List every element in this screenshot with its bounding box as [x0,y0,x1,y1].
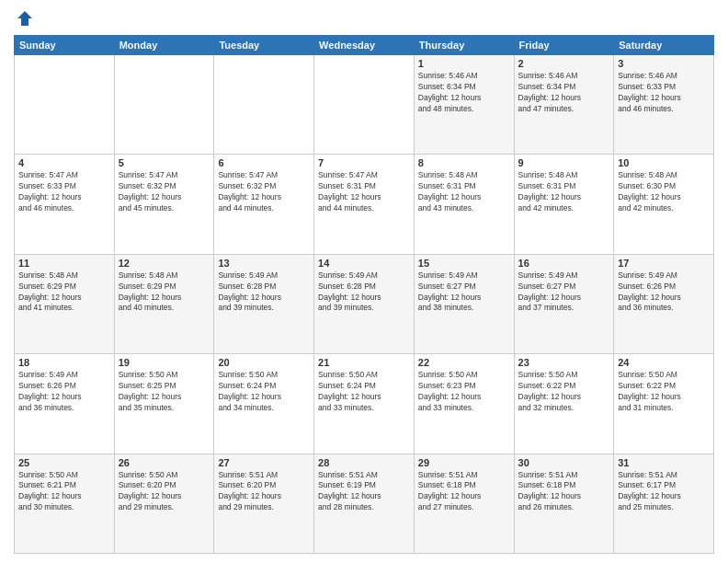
day-info: Sunrise: 5:50 AM Sunset: 6:22 PM Dayligh… [518,370,610,414]
day-info: Sunrise: 5:47 AM Sunset: 6:33 PM Dayligh… [18,170,110,214]
day-info: Sunrise: 5:51 AM Sunset: 6:20 PM Dayligh… [218,470,310,514]
day-number: 19 [119,357,210,368]
day-info: Sunrise: 5:48 AM Sunset: 6:30 PM Dayligh… [618,170,710,214]
day-info: Sunrise: 5:48 AM Sunset: 6:31 PM Dayligh… [418,170,510,214]
day-info: Sunrise: 5:47 AM Sunset: 6:32 PM Dayligh… [218,170,310,214]
calendar-cell: 7Sunrise: 5:47 AM Sunset: 6:31 PM Daylig… [314,155,415,254]
day-info: Sunrise: 5:50 AM Sunset: 6:20 PM Dayligh… [119,470,210,514]
day-number: 5 [119,157,210,168]
day-header-friday: Friday [514,36,614,55]
day-info: Sunrise: 5:48 AM Sunset: 6:29 PM Dayligh… [18,270,110,315]
day-number: 12 [119,258,210,269]
day-number: 23 [518,357,610,368]
week-row-3: 11Sunrise: 5:48 AM Sunset: 6:29 PM Dayli… [15,254,714,353]
week-row-5: 25Sunrise: 5:50 AM Sunset: 6:21 PM Dayli… [15,454,714,553]
header [14,9,714,28]
day-info: Sunrise: 5:46 AM Sunset: 6:33 PM Dayligh… [618,71,710,115]
day-number: 25 [18,457,110,468]
day-info: Sunrise: 5:48 AM Sunset: 6:29 PM Dayligh… [119,270,210,315]
day-number: 11 [18,258,110,269]
calendar-cell: 28Sunrise: 5:51 AM Sunset: 6:19 PM Dayli… [314,454,415,553]
day-info: Sunrise: 5:49 AM Sunset: 6:27 PM Dayligh… [518,270,610,315]
day-header-saturday: Saturday [614,36,714,55]
day-number: 15 [418,258,510,269]
day-number: 22 [418,357,510,368]
svg-marker-0 [17,11,32,26]
calendar-cell: 12Sunrise: 5:48 AM Sunset: 6:29 PM Dayli… [114,254,214,353]
calendar-cell: 26Sunrise: 5:50 AM Sunset: 6:20 PM Dayli… [114,454,214,553]
calendar-cell: 24Sunrise: 5:50 AM Sunset: 6:22 PM Dayli… [614,354,714,454]
day-header-monday: Monday [114,36,214,55]
day-number: 17 [618,258,710,269]
calendar-cell: 27Sunrise: 5:51 AM Sunset: 6:20 PM Dayli… [214,454,314,553]
day-number: 18 [18,357,110,368]
calendar-cell [314,55,415,155]
day-number: 3 [618,58,710,69]
calendar-cell: 14Sunrise: 5:49 AM Sunset: 6:28 PM Dayli… [314,254,415,353]
calendar-cell: 30Sunrise: 5:51 AM Sunset: 6:18 PM Dayli… [514,454,614,553]
day-info: Sunrise: 5:51 AM Sunset: 6:17 PM Dayligh… [618,470,710,514]
calendar-cell [114,55,214,155]
day-number: 14 [318,258,410,269]
calendar-cell: 8Sunrise: 5:48 AM Sunset: 6:31 PM Daylig… [414,155,514,254]
day-info: Sunrise: 5:47 AM Sunset: 6:31 PM Dayligh… [318,170,410,214]
day-info: Sunrise: 5:49 AM Sunset: 6:27 PM Dayligh… [418,270,510,315]
day-info: Sunrise: 5:46 AM Sunset: 6:34 PM Dayligh… [518,71,610,115]
day-info: Sunrise: 5:51 AM Sunset: 6:18 PM Dayligh… [418,470,510,514]
day-info: Sunrise: 5:50 AM Sunset: 6:22 PM Dayligh… [618,370,710,414]
calendar-cell: 20Sunrise: 5:50 AM Sunset: 6:24 PM Dayli… [214,354,314,454]
day-number: 28 [318,457,410,468]
calendar-cell: 13Sunrise: 5:49 AM Sunset: 6:28 PM Dayli… [214,254,314,353]
day-info: Sunrise: 5:50 AM Sunset: 6:24 PM Dayligh… [218,370,310,414]
calendar-cell: 5Sunrise: 5:47 AM Sunset: 6:32 PM Daylig… [114,155,214,254]
day-number: 10 [618,157,710,168]
day-number: 26 [119,457,210,468]
calendar-cell: 3Sunrise: 5:46 AM Sunset: 6:33 PM Daylig… [614,55,714,155]
day-number: 30 [518,457,610,468]
day-number: 16 [518,258,610,269]
day-info: Sunrise: 5:50 AM Sunset: 6:21 PM Dayligh… [18,470,110,514]
day-number: 20 [218,357,310,368]
day-number: 7 [318,157,410,168]
calendar-cell: 25Sunrise: 5:50 AM Sunset: 6:21 PM Dayli… [15,454,115,553]
day-info: Sunrise: 5:48 AM Sunset: 6:31 PM Dayligh… [518,170,610,214]
header-row: SundayMondayTuesdayWednesdayThursdayFrid… [15,36,714,55]
day-info: Sunrise: 5:49 AM Sunset: 6:28 PM Dayligh… [318,270,410,315]
logo-icon [16,9,34,28]
calendar-cell: 6Sunrise: 5:47 AM Sunset: 6:32 PM Daylig… [214,155,314,254]
logo [14,9,34,28]
day-number: 9 [518,157,610,168]
calendar-cell: 16Sunrise: 5:49 AM Sunset: 6:27 PM Dayli… [514,254,614,353]
calendar-cell: 2Sunrise: 5:46 AM Sunset: 6:34 PM Daylig… [514,55,614,155]
calendar-cell: 18Sunrise: 5:49 AM Sunset: 6:26 PM Dayli… [15,354,115,454]
day-number: 1 [418,58,510,69]
calendar-cell: 15Sunrise: 5:49 AM Sunset: 6:27 PM Dayli… [414,254,514,353]
calendar-cell: 1Sunrise: 5:46 AM Sunset: 6:34 PM Daylig… [414,55,514,155]
calendar-cell [214,55,314,155]
day-info: Sunrise: 5:50 AM Sunset: 6:23 PM Dayligh… [418,370,510,414]
day-number: 29 [418,457,510,468]
calendar-cell: 31Sunrise: 5:51 AM Sunset: 6:17 PM Dayli… [614,454,714,553]
day-header-thursday: Thursday [414,36,514,55]
day-info: Sunrise: 5:49 AM Sunset: 6:26 PM Dayligh… [618,270,710,315]
calendar-cell: 19Sunrise: 5:50 AM Sunset: 6:25 PM Dayli… [114,354,214,454]
calendar-table: SundayMondayTuesdayWednesdayThursdayFrid… [14,35,714,554]
calendar-cell: 9Sunrise: 5:48 AM Sunset: 6:31 PM Daylig… [514,155,614,254]
day-info: Sunrise: 5:51 AM Sunset: 6:19 PM Dayligh… [318,470,410,514]
day-info: Sunrise: 5:51 AM Sunset: 6:18 PM Dayligh… [518,470,610,514]
day-header-wednesday: Wednesday [314,36,415,55]
calendar-cell: 17Sunrise: 5:49 AM Sunset: 6:26 PM Dayli… [614,254,714,353]
calendar-cell: 29Sunrise: 5:51 AM Sunset: 6:18 PM Dayli… [414,454,514,553]
calendar-cell: 11Sunrise: 5:48 AM Sunset: 6:29 PM Dayli… [15,254,115,353]
day-number: 2 [518,58,610,69]
calendar-cell: 23Sunrise: 5:50 AM Sunset: 6:22 PM Dayli… [514,354,614,454]
day-info: Sunrise: 5:47 AM Sunset: 6:32 PM Dayligh… [119,170,210,214]
day-info: Sunrise: 5:50 AM Sunset: 6:24 PM Dayligh… [318,370,410,414]
day-number: 6 [218,157,310,168]
calendar-cell [15,55,115,155]
week-row-1: 1Sunrise: 5:46 AM Sunset: 6:34 PM Daylig… [15,55,714,155]
day-info: Sunrise: 5:49 AM Sunset: 6:28 PM Dayligh… [218,270,310,315]
day-header-sunday: Sunday [15,36,115,55]
calendar-cell: 21Sunrise: 5:50 AM Sunset: 6:24 PM Dayli… [314,354,415,454]
day-number: 13 [218,258,310,269]
